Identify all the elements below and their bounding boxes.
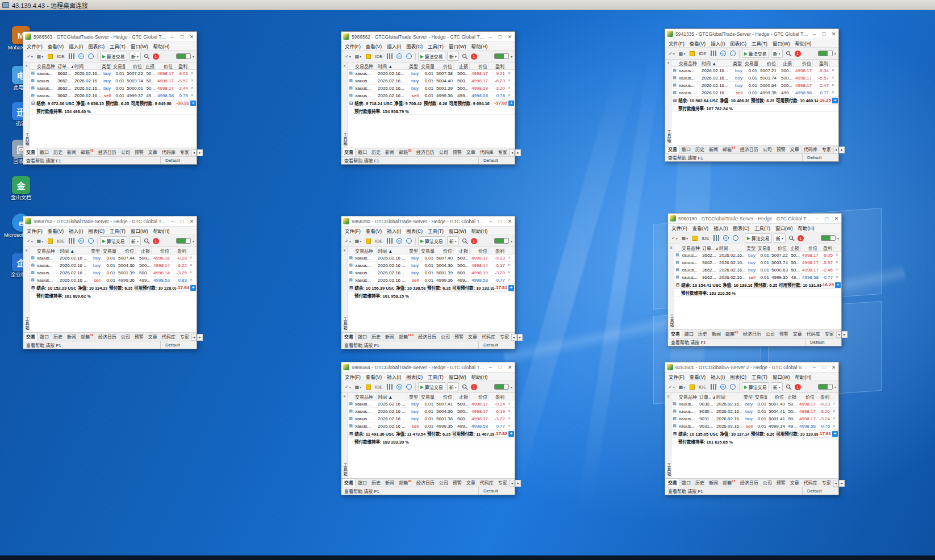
mt-terminal-window-1[interactable]: 5986563 - GTCGlobalTrade-Server - Hedge … — [23, 31, 197, 165]
menu-item-1[interactable]: 文件(F) — [27, 227, 43, 234]
maximize-button[interactable]: □ — [177, 32, 187, 41]
ide-button[interactable]: IDE — [56, 236, 65, 245]
tab-经济日历[interactable]: 经济日历 — [741, 329, 763, 338]
menu-item-2[interactable]: 查看(V) — [690, 373, 706, 380]
menu-item-2[interactable]: 查看(V) — [366, 227, 382, 234]
tab-公司[interactable]: 公司 — [761, 145, 774, 153]
column-header-8[interactable]: 价位 — [801, 245, 819, 251]
crosshair-tool-button[interactable]: ✓▾ — [344, 382, 352, 391]
status-profile[interactable]: Default — [805, 338, 841, 346]
tab-邮箱[interactable]: 邮箱64 — [720, 145, 738, 153]
community-button[interactable] — [87, 52, 95, 61]
column-header-8[interactable]: 盈利 — [489, 248, 506, 254]
chart-type-button[interactable]: ▦▾ — [354, 382, 363, 391]
tab-交易[interactable]: 交易 — [342, 478, 356, 487]
column-header-6[interactable]: 止损 — [136, 248, 152, 254]
close-position-icon[interactable]: ✕ — [189, 71, 195, 76]
new-order-button[interactable]: 新▾ — [447, 236, 459, 245]
tab-预警[interactable]: 预警 — [774, 145, 788, 153]
minimize-button[interactable]: – — [168, 32, 177, 41]
depth-of-market-button[interactable] — [68, 236, 76, 245]
menu-item-6[interactable]: 窗口(W) — [131, 43, 148, 49]
trade-row-2[interactable]: ▤xauus...3662...2026.02.16...buy0.015003… — [30, 77, 197, 85]
column-header-7[interactable]: 止损 — [786, 394, 798, 400]
ide-button[interactable]: IDE — [374, 52, 383, 61]
tab-文章[interactable]: 文章 — [466, 332, 479, 341]
tab-代码库[interactable]: 代码库 — [478, 148, 496, 156]
chart-type-button[interactable]: ▦▾ — [678, 382, 687, 391]
tab-公司[interactable]: 公司 — [761, 478, 774, 487]
depth-of-market-button[interactable] — [68, 52, 76, 61]
journal-button[interactable] — [364, 382, 372, 391]
column-header-8[interactable]: 盈利 — [489, 63, 506, 69]
column-header-8[interactable]: 盈利 — [171, 248, 188, 254]
column-header-5[interactable]: 价位 — [435, 248, 454, 254]
tab-scroll-right-icon[interactable]: ▸ — [842, 331, 848, 338]
column-header-6[interactable]: 价位 — [767, 394, 786, 400]
tab-新闻[interactable]: 新闻 — [383, 478, 396, 487]
menu-item-2[interactable]: 查看(V) — [48, 227, 64, 234]
column-header-1[interactable]: 交易品种 — [681, 245, 701, 251]
status-profile[interactable]: Default — [160, 157, 197, 164]
maximize-button[interactable]: □ — [177, 217, 187, 225]
algo-trading-button[interactable]: ▶算法交易 — [418, 236, 445, 245]
menu-item-1[interactable]: 文件(F) — [345, 227, 361, 234]
tab-邮箱[interactable]: 邮箱41 — [396, 478, 414, 487]
toolbox-vertical-tab[interactable]: 工具箱 — [24, 132, 30, 146]
close-position-icon[interactable]: ✕ — [189, 93, 195, 98]
close-button[interactable]: ✕ — [187, 32, 197, 41]
community-button[interactable] — [732, 233, 740, 243]
tab-邮箱[interactable]: 邮箱41 — [720, 478, 738, 487]
panel-close-icon[interactable]: x — [341, 247, 348, 253]
collapse-icon[interactable]: ⊟ — [31, 285, 35, 290]
tab-历史[interactable]: 历史 — [369, 478, 383, 487]
tab-历史[interactable]: 历史 — [693, 145, 707, 153]
minimize-button[interactable]: – — [486, 217, 495, 225]
tab-历史[interactable]: 历史 — [51, 148, 65, 156]
menu-item-7[interactable]: 帮助(H) — [471, 43, 488, 49]
trade-row-2[interactable]: ▤xauus...2026.02.16...buy0.015004.40500.… — [348, 77, 515, 85]
column-header-6[interactable]: 价位 — [126, 63, 144, 69]
column-header-7[interactable]: 价位 — [470, 63, 489, 69]
close-button[interactable]: ✕ — [829, 363, 838, 371]
market-button[interactable]: m — [719, 49, 727, 58]
tab-邮箱[interactable]: 邮箱43 — [78, 148, 96, 156]
tab-专家[interactable]: 专家 — [178, 148, 191, 156]
notifications-badge[interactable]: 1 — [153, 238, 159, 244]
status-profile[interactable]: Default — [802, 154, 838, 161]
column-header-4[interactable]: 交易量 — [102, 248, 116, 254]
menu-item-5[interactable]: 工具(T) — [428, 227, 444, 234]
search-button[interactable] — [787, 233, 796, 243]
trade-row-3[interactable]: ▤xauus...2026.02.16 ...buy0.015001.39500… — [30, 269, 197, 277]
column-header-4[interactable]: 交易量 — [420, 63, 435, 69]
close-position-icon[interactable]: ✕ — [188, 263, 194, 268]
tab-经济日历[interactable]: 经济日历 — [96, 332, 119, 341]
mt-terminal-window-8[interactable]: 6253501 - GTCGlobalSA-Server 2 - Hedge -… — [665, 362, 839, 495]
tab-交易[interactable]: 交易 — [666, 145, 679, 153]
column-header-6[interactable]: 价位 — [770, 245, 788, 251]
search-button[interactable] — [461, 52, 469, 61]
menu-item-5[interactable]: 工具(T) — [428, 373, 444, 380]
toolbox-vertical-tab[interactable]: 工具箱 — [666, 463, 671, 477]
tab-经济日历[interactable]: 经济日历 — [416, 332, 439, 341]
minimize-button[interactable]: – — [486, 32, 495, 41]
depth-of-market-button[interactable] — [386, 52, 394, 61]
menu-item-4[interactable]: 图表(C) — [730, 40, 746, 47]
tab-scroll-left-icon[interactable]: ◂ — [833, 147, 839, 153]
ide-button[interactable]: IDE — [374, 382, 383, 391]
toolbox-vertical-tab[interactable]: 工具箱 — [24, 317, 30, 331]
tab-专家[interactable]: 专家 — [178, 332, 191, 341]
minimize-button[interactable]: – — [168, 217, 177, 225]
column-header-1[interactable]: 交易品种 — [354, 63, 377, 69]
chart-type-button[interactable]: ▦▾ — [36, 52, 45, 61]
column-header-3[interactable]: 时间 — [715, 394, 742, 400]
trade-row-1[interactable]: ▤xauus...2026.02.16 ...buy0.015007.41500… — [348, 400, 515, 408]
trade-row-4[interactable]: ▤xauus...3662...2026.02.16...sell0.01499… — [674, 274, 841, 281]
menu-item-5[interactable]: 工具(T) — [428, 43, 444, 49]
menu-item-2[interactable]: 查看(V) — [690, 40, 706, 47]
column-header-6[interactable]: 止损 — [454, 63, 470, 69]
tab-代码库[interactable]: 代码库 — [802, 145, 820, 153]
menu-item-4[interactable]: 图表(C) — [88, 43, 105, 49]
close-position-icon[interactable]: ✕ — [506, 71, 512, 76]
tab-历史[interactable]: 历史 — [369, 148, 383, 156]
